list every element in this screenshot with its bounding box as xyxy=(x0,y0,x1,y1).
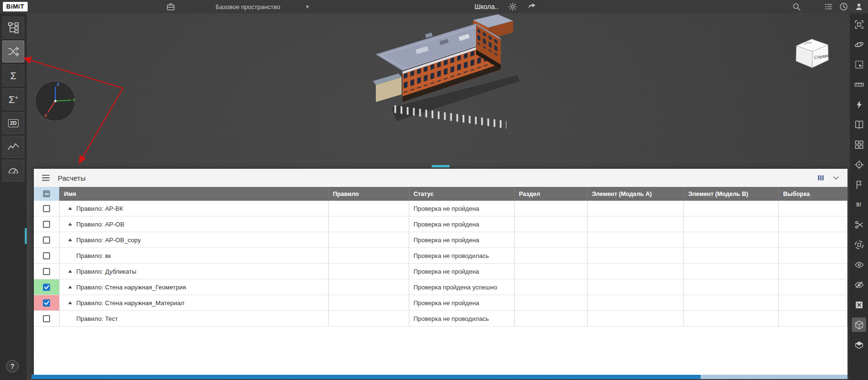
expand-triangle-icon[interactable] xyxy=(68,301,72,304)
eye-off-icon xyxy=(854,280,864,290)
element-b-cell xyxy=(684,264,779,279)
columns-icon[interactable] xyxy=(817,174,825,182)
section-cut-button[interactable] xyxy=(852,217,866,232)
orbit-icon xyxy=(854,40,864,50)
status-cell: Проверка не пройдена xyxy=(409,264,515,279)
screenshot-button[interactable] xyxy=(852,17,866,31)
search-icon[interactable] xyxy=(792,2,801,11)
rule-name-cell[interactable]: Правило: АР-ОВ_copy xyxy=(60,232,329,248)
user-icon[interactable] xyxy=(854,2,864,11)
row-checkbox[interactable] xyxy=(43,284,50,291)
tree-icon xyxy=(7,21,20,34)
rule-name-cell[interactable]: Правило: Дубликаты xyxy=(60,264,329,279)
element-a-cell xyxy=(588,201,684,216)
element-a-cell xyxy=(588,232,684,248)
gear-icon[interactable] xyxy=(508,2,517,11)
axis-z-label: Z xyxy=(57,82,60,87)
status-cell: Проверка не пройдена xyxy=(409,295,515,311)
row-checkbox[interactable] xyxy=(43,268,50,275)
model-structure-button[interactable] xyxy=(2,17,24,39)
expand-triangle-icon[interactable] xyxy=(68,238,72,241)
column-header-4: Раздел xyxy=(515,187,588,201)
panel-drag-handle[interactable] xyxy=(432,165,450,167)
row-checkbox[interactable] xyxy=(43,221,50,228)
share-icon[interactable] xyxy=(527,2,537,11)
sum-glyph-icon: Σ xyxy=(10,71,17,81)
status-cell: Проверка не проводилась xyxy=(409,311,515,327)
dashboard-button[interactable] xyxy=(2,160,24,182)
grid-view-button[interactable] xyxy=(852,137,866,152)
rule-name-cell[interactable]: Правило: Стена наружная_Материал xyxy=(60,295,329,311)
focus-icon xyxy=(854,160,864,170)
history-icon[interactable] xyxy=(839,2,848,11)
expand-triangle-icon[interactable] xyxy=(68,286,72,288)
list-icon[interactable] xyxy=(824,2,833,11)
rule-cell xyxy=(329,201,409,216)
hide-elements-button[interactable] xyxy=(852,277,866,292)
2d-view-button[interactable]: 2D xyxy=(2,112,24,134)
bolt-icon xyxy=(854,100,864,110)
focus-button[interactable] xyxy=(852,157,866,172)
workspace-selector[interactable]: Базовое пространство ▼ xyxy=(216,0,310,13)
chart-icon xyxy=(7,141,20,153)
rule-cell xyxy=(329,295,409,311)
help-button[interactable]: ? xyxy=(6,360,19,372)
expand-triangle-icon[interactable] xyxy=(68,223,72,226)
measure-button[interactable] xyxy=(852,77,866,92)
rule-name-cell[interactable]: Правило: АР-ОВ xyxy=(60,216,329,232)
transform-button[interactable] xyxy=(852,237,866,252)
quick-clip-button[interactable] xyxy=(852,97,866,112)
row-checkbox-cell xyxy=(34,248,60,264)
rule-name-cell[interactable]: Правило: Тест xyxy=(60,311,329,327)
selection-cell xyxy=(779,279,847,295)
orbit-button[interactable] xyxy=(852,37,866,51)
element-a-cell xyxy=(588,311,684,327)
clash-detection-button[interactable] xyxy=(2,41,24,62)
select-region-button[interactable] xyxy=(852,57,866,72)
row-checkbox-cell xyxy=(34,201,60,216)
sum-plus-button[interactable]: Σ+ xyxy=(2,88,24,110)
rule-name-cell[interactable]: Правило: Стена наружная_Геометрия xyxy=(60,279,329,295)
rule-name-cell[interactable]: Правило: вк xyxy=(60,248,329,264)
rule-name-cell[interactable]: Правило: АР-ВК xyxy=(60,201,329,216)
rule-cell xyxy=(329,279,409,295)
section-views-button[interactable] xyxy=(852,117,866,132)
eye-icon xyxy=(854,260,864,270)
row-checkbox[interactable] xyxy=(43,236,50,244)
expand-triangle-icon[interactable] xyxy=(68,270,72,273)
collapse-chevron-icon[interactable] xyxy=(832,174,840,182)
row-checkbox[interactable] xyxy=(43,315,50,322)
clear-selection-button[interactable] xyxy=(852,298,866,312)
axes-gizmo[interactable]: Z Y X xyxy=(33,79,77,123)
annotations-button[interactable]: S! xyxy=(852,197,866,212)
element-b-cell xyxy=(684,279,779,295)
section-plane-button[interactable] xyxy=(852,338,866,352)
horizontal-scrollbar-track[interactable] xyxy=(31,375,847,379)
row-checkbox[interactable] xyxy=(43,299,50,307)
element-a-cell xyxy=(588,295,684,311)
expand-triangle-icon[interactable] xyxy=(68,207,72,210)
markup-button[interactable] xyxy=(852,177,866,192)
charts-button[interactable] xyxy=(2,136,24,158)
selection-cell xyxy=(779,216,847,232)
show-elements-button[interactable] xyxy=(852,257,866,272)
project-icon[interactable] xyxy=(166,2,176,11)
isolate-button[interactable] xyxy=(852,318,866,332)
menu-icon[interactable] xyxy=(41,174,50,182)
s-note-icon: S! xyxy=(854,200,864,210)
view-cube[interactable]: Справа xyxy=(793,33,833,73)
select-all-checkbox[interactable] xyxy=(43,190,50,197)
selection-cell xyxy=(779,295,847,311)
cube-icon xyxy=(854,320,864,330)
row-checkbox-cell xyxy=(34,311,60,327)
horizontal-scrollbar-thumb[interactable] xyxy=(31,375,701,379)
row-checkbox[interactable] xyxy=(43,252,50,259)
row-checkbox[interactable] xyxy=(43,205,50,212)
row-checkbox-cell xyxy=(34,295,60,311)
shuffle-icon xyxy=(7,45,20,58)
grid-icon xyxy=(854,140,864,150)
rule-cell xyxy=(329,232,409,248)
column-header-1: Имя xyxy=(60,187,329,201)
ruler-icon xyxy=(854,80,864,90)
sum-button[interactable]: Σ xyxy=(2,64,24,86)
